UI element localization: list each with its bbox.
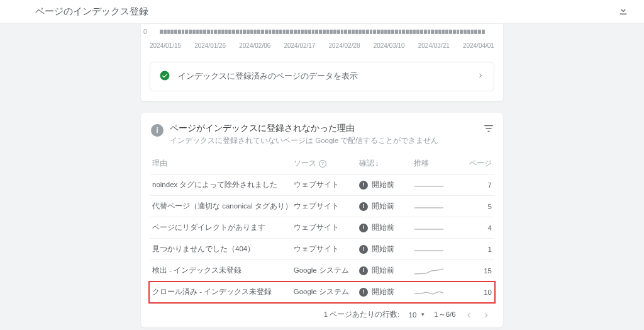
cell-trend [411,174,456,196]
cell-reason: ページにリダイレクトがあります [150,217,291,239]
cell-trend [411,217,456,239]
chart-x-axis: 2024/01/152024/01/262024/02/062024/02/17… [150,42,494,49]
indexed-data-disclosure[interactable]: インデックスに登録済みのページのデータを表示 [150,62,494,91]
reasons-table: 理由 ソース? 確認↓ 推移 ページ noindex タグによって除外されました… [150,153,494,303]
cell-trend [411,260,456,282]
table-row[interactable]: 見つかりませんでした（404）ウェブサイト!開始前1 [150,239,494,260]
table-row[interactable]: クロール済み - インデックス未登録Google システム!開始前10 [150,282,494,303]
warning-icon: ! [359,181,368,190]
x-tick: 2024/03/21 [418,42,450,49]
cell-reason: noindex タグによって除外されました [150,174,291,196]
cell-verify: !開始前 [357,239,412,260]
cell-source: Google システム [291,260,357,282]
cell-verify: !開始前 [357,196,412,217]
info-icon: i [151,124,164,137]
cell-reason: 検出 - インデックス未登録 [150,260,291,282]
disclosure-label: インデックスに登録済みのページのデータを表示 [178,71,469,82]
warning-icon: ! [359,245,368,254]
col-reason[interactable]: 理由 [150,153,291,174]
help-icon[interactable]: ? [319,160,326,168]
chevron-right-icon [476,71,485,82]
cell-verify: !開始前 [357,282,412,303]
chart-bars [160,30,484,34]
x-tick: 2024/02/17 [284,42,315,49]
col-pages[interactable]: ページ [457,153,494,174]
sort-arrow-icon: ↓ [375,159,379,167]
x-tick: 2024/01/26 [194,42,226,49]
cell-reason: 代替ページ（適切な canonical タグあり） [150,196,291,217]
cell-verify: !開始前 [357,260,412,282]
col-trend[interactable]: 推移 [411,153,456,174]
rows-per-page-value: 10 [409,311,417,319]
cell-pages: 10 [457,282,494,303]
x-tick: 2024/04/01 [463,42,494,49]
x-tick: 2024/03/10 [374,42,405,49]
chevron-down-icon: ▼ [420,312,425,317]
svg-point-0 [160,71,170,81]
rows-per-page-select[interactable]: 10 ▼ [409,311,426,319]
cell-verify: !開始前 [357,217,412,239]
cell-source: Google システム [291,282,357,303]
chart-card: 0 2024/01/152024/01/262024/02/062024/02/… [141,24,503,101]
cell-pages: 1 [457,239,494,260]
reasons-header-row: 理由 ソース? 確認↓ 推移 ページ [150,153,494,174]
rows-per-page-label: 1 ページあたりの行数: [324,310,400,319]
cell-pages: 7 [457,174,494,196]
cell-reason: 見つかりませんでした（404） [150,239,291,260]
prev-page-button[interactable]: ‹ [465,309,474,320]
cell-pages: 5 [457,196,494,217]
table-row[interactable]: noindex タグによって除外されましたウェブサイト!開始前7 [150,174,494,196]
warning-icon: ! [359,224,368,232]
table-row[interactable]: 検出 - インデックス未登録Google システム!開始前15 [150,260,494,282]
table-row[interactable]: ページにリダイレクトがありますウェブサイト!開始前4 [150,217,494,239]
check-circle-icon [159,70,170,83]
cell-source: ウェブサイト [291,174,357,196]
reasons-header: i ページがインデックスに登録されなかった理由 インデックスに登録されていないペ… [150,122,494,153]
download-icon[interactable] [618,5,629,18]
warning-icon: ! [359,266,368,275]
page-header: ページのインデックス登録 [0,0,644,24]
chart-area: 0 2024/01/152024/01/262024/02/062024/02/… [141,24,503,55]
reasons-subtitle: インデックスに登録されていないページは Google で配信することができません [170,136,477,145]
warning-icon: ! [359,288,368,297]
warning-icon: ! [359,202,368,211]
cards-column: 0 2024/01/152024/01/262024/02/062024/02/… [141,24,503,327]
chart-y-zero: 0 [143,28,147,35]
cell-trend [411,282,456,303]
reasons-titles: ページがインデックスに登録されなかった理由 インデックスに登録されていないページ… [170,123,477,145]
cell-trend [411,196,456,217]
table-row[interactable]: 代替ページ（適切な canonical タグあり）ウェブサイト!開始前5 [150,196,494,217]
col-source[interactable]: ソース? [291,153,357,174]
cell-pages: 4 [457,217,494,239]
filter-icon[interactable] [483,123,494,136]
next-page-button[interactable]: › [482,309,491,320]
reasons-title: ページがインデックスに登録されなかった理由 [170,123,477,134]
cell-reason: クロール済み - インデックス未登録 [150,282,291,303]
cell-pages: 15 [457,260,494,282]
cell-source: ウェブサイト [291,217,357,239]
page-title: ページのインデックス登録 [35,6,148,18]
x-tick: 2024/02/06 [239,42,270,49]
pagination-range: 1～6/6 [434,310,455,319]
cell-source: ウェブサイト [291,239,357,260]
x-tick: 2024/02/28 [329,42,360,49]
reasons-card: i ページがインデックスに登録されなかった理由 インデックスに登録されていないペ… [141,113,503,327]
pagination: 1 ページあたりの行数: 10 ▼ 1～6/6 ‹ › [150,303,494,321]
col-verify[interactable]: 確認↓ [357,153,412,174]
cell-verify: !開始前 [357,174,412,196]
x-tick: 2024/01/15 [150,42,181,49]
cell-source: ウェブサイト [291,196,357,217]
cell-trend [411,239,456,260]
